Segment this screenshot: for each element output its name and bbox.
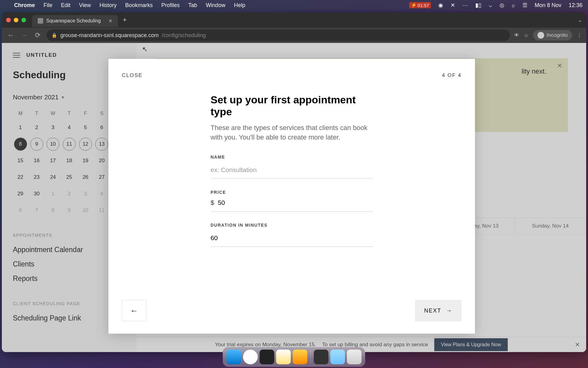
reload-button[interactable]: ⟳	[33, 31, 42, 39]
next-label: NEXT	[424, 308, 441, 314]
modal-title: Set up your first appointment type	[211, 94, 373, 118]
currency-symbol: $	[211, 199, 214, 206]
menu-history[interactable]: History	[100, 2, 117, 9]
wifi-icon[interactable]: ⌵	[489, 2, 492, 9]
price-input[interactable]	[218, 199, 373, 206]
status-icon-3[interactable]: ⋯	[462, 2, 468, 9]
dock-app-icon[interactable]	[293, 350, 307, 364]
chrome-toolbar: ← → ⟳ 🔒 grouse-mandarin-sxnl.squarespace…	[2, 28, 586, 43]
window-controls	[6, 18, 26, 22]
url-path: /config/scheduling	[162, 32, 206, 39]
user-icon[interactable]: ◎	[499, 2, 504, 9]
menu-profiles[interactable]: Profiles	[161, 2, 180, 9]
status-icon-2[interactable]: ✕	[450, 2, 455, 9]
dock-notes-icon[interactable]	[276, 350, 291, 364]
menubar-date[interactable]: Mon 8 Nov	[535, 2, 561, 9]
battery-icon[interactable]: ▮▯	[475, 2, 481, 9]
menu-help[interactable]: Help	[234, 2, 245, 9]
arrow-right-icon: →	[446, 308, 452, 314]
tab-close-icon[interactable]: ✕	[108, 18, 112, 24]
duration-label: DURATION IN MINUTES	[211, 223, 373, 228]
spotlight-icon[interactable]: ⌕	[512, 2, 515, 9]
dock-separator	[311, 350, 311, 364]
name-label: NAME	[211, 155, 373, 159]
new-tab-button[interactable]: +	[123, 16, 127, 24]
incognito-badge[interactable]: Incognito	[533, 30, 572, 40]
control-center-icon[interactable]: ☰	[522, 2, 527, 9]
tab-favicon-icon	[38, 18, 43, 24]
incognito-icon	[537, 32, 544, 39]
status-icon-1[interactable]: ◉	[438, 2, 443, 9]
address-bar[interactable]: 🔒 grouse-mandarin-sxnl.squarespace.com/c…	[47, 29, 510, 41]
dock-folder-icon[interactable]	[314, 350, 329, 364]
eye-off-icon[interactable]: 👁	[514, 33, 519, 38]
name-input[interactable]	[211, 164, 373, 179]
chrome-window: Squarespace Scheduling ✕ + ⌄ ← → ⟳ 🔒 gro…	[2, 12, 586, 352]
incognito-label: Incognito	[547, 32, 568, 38]
dock-screenshot-icon[interactable]	[330, 350, 345, 364]
back-button[interactable]: ←	[6, 31, 15, 39]
dock-chrome-icon[interactable]	[243, 350, 258, 364]
modal-close-button[interactable]: CLOSE	[122, 72, 143, 79]
price-label: PRICE	[211, 190, 373, 195]
url-host: grouse-mandarin-sxnl.squarespace.com	[60, 32, 159, 39]
macos-dock	[223, 347, 365, 367]
chrome-tab-strip: Squarespace Scheduling ✕ + ⌄	[2, 12, 586, 28]
battery-status-icon[interactable]: ⚡01:57	[409, 2, 431, 8]
window-close-button[interactable]	[6, 18, 11, 22]
menubar-time[interactable]: 12:36	[569, 2, 582, 9]
tab-title: Squarespace Scheduling	[46, 18, 101, 24]
forward-button[interactable]: →	[20, 31, 29, 39]
menu-edit[interactable]: Edit	[61, 2, 70, 9]
dock-terminal-icon[interactable]	[260, 350, 274, 364]
star-icon[interactable]: ☆	[524, 33, 528, 38]
window-minimize-button[interactable]	[14, 18, 18, 22]
next-button[interactable]: NEXT →	[415, 300, 462, 321]
duration-input[interactable]	[211, 232, 373, 247]
window-maximize-button[interactable]	[21, 18, 26, 22]
back-button-modal[interactable]: ←	[122, 300, 146, 321]
arrow-left-icon: ←	[130, 306, 138, 316]
lock-icon[interactable]: 🔒	[51, 33, 57, 38]
menubar-app-name[interactable]: Chrome	[14, 2, 35, 9]
macos-menubar: Chrome File Edit View History Bookmarks …	[0, 0, 588, 10]
menu-bookmarks[interactable]: Bookmarks	[125, 2, 153, 9]
setup-modal: CLOSE 4 OF 4 Set up your first appointme…	[108, 59, 475, 334]
menu-window[interactable]: Window	[206, 2, 225, 9]
chrome-menu-icon[interactable]: ⋮	[577, 33, 582, 38]
modal-subtitle: These are the types of services that cli…	[211, 123, 373, 142]
modal-step-indicator: 4 OF 4	[442, 72, 462, 79]
menu-file[interactable]: File	[43, 2, 52, 9]
page-content: UNTITLED Scheduling November 2021 ▾ ‹ MT…	[2, 43, 586, 352]
dock-trash-icon[interactable]	[347, 350, 362, 364]
tab-overflow-icon[interactable]: ⌄	[578, 17, 582, 23]
dock-finder-icon[interactable]	[227, 350, 241, 364]
menu-tab[interactable]: Tab	[188, 2, 197, 9]
menu-view[interactable]: View	[79, 2, 91, 9]
browser-tab[interactable]: Squarespace Scheduling ✕	[32, 15, 118, 27]
